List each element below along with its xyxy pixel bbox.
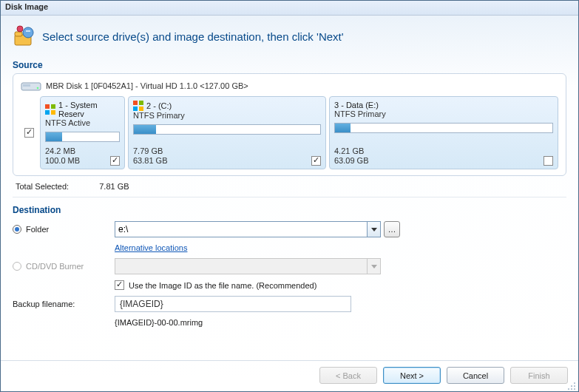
partition-1[interactable]: 1 - System Reserv NTFS Active 24.2 MB 10… [40, 96, 125, 169]
use-image-id-label: Use the Image ID as the file name. (Reco… [129, 281, 316, 290]
partition-total: 100.0 MB [45, 156, 80, 166]
back-button: < Back [319, 367, 377, 384]
burner-input [115, 258, 368, 274]
burner-radio-label: CD/DVD Burner [26, 262, 84, 271]
partition-usage-bar [45, 132, 120, 142]
partition-total: 63.09 GB [334, 156, 368, 166]
partition-checkbox[interactable] [110, 156, 120, 166]
partition-checkbox[interactable] [544, 156, 553, 166]
next-button[interactable]: Next > [383, 367, 441, 384]
burner-combo [115, 258, 566, 274]
partition-used: 4.21 GB [334, 146, 368, 156]
disk-row: MBR Disk 1 [0F0452A1] - Virtual HD 1.1.0… [21, 80, 558, 92]
partition-fs: NTFS Primary [334, 109, 553, 118]
finish-button: Finish [510, 367, 568, 384]
folder-radio[interactable] [13, 225, 21, 234]
partition-checkbox[interactable] [311, 156, 321, 166]
svg-marker-16 [371, 228, 377, 232]
folder-input[interactable] [115, 221, 368, 237]
svg-rect-12 [133, 101, 138, 105]
window: Disk Image Select source drive(s) and im… [0, 0, 579, 392]
partition-usage-fill [134, 125, 156, 134]
backup-filename-input[interactable] [115, 296, 351, 312]
folder-dropdown-button[interactable] [368, 221, 381, 237]
svg-point-23 [574, 388, 575, 390]
destination-title: Destination [13, 205, 566, 215]
partition-usage-bar [133, 124, 321, 135]
wizard-icon [13, 24, 36, 48]
total-selected-value: 7.81 GB [99, 182, 129, 191]
partition-fs: NTFS Active [45, 118, 120, 127]
svg-point-21 [568, 388, 569, 390]
disk-checkbox[interactable] [24, 128, 34, 138]
backup-filename-label: Backup filename: [13, 300, 115, 308]
svg-point-7 [37, 87, 39, 89]
windows-logo-icon [133, 101, 143, 111]
partition-usage-bar [334, 123, 553, 133]
svg-point-4 [17, 26, 23, 32]
svg-rect-10 [45, 110, 50, 115]
partition-2[interactable]: 2 - (C:) NTFS Primary 7.79 GB 63.81 GB [128, 96, 326, 169]
windows-logo-icon [45, 104, 55, 115]
partition-3[interactable]: 3 - Data (E:) NTFS Primary 4.21 GB 63.09… [329, 96, 558, 169]
svg-rect-9 [51, 104, 55, 109]
partition-used: 7.79 GB [133, 146, 167, 156]
svg-rect-8 [45, 104, 50, 109]
cancel-button[interactable]: Cancel [447, 367, 504, 384]
partition-usage-fill [335, 124, 351, 132]
result-filename: {IMAGEID}-00-00.mrimg [115, 318, 566, 327]
wizard-header: Select source drive(s) and image destina… [1, 16, 578, 57]
partition-used: 24.2 MB [45, 146, 80, 156]
separator [13, 197, 566, 197]
partition-title: 2 - (C:) [146, 101, 172, 110]
partition-fs: NTFS Primary [133, 111, 321, 120]
svg-point-22 [571, 388, 572, 390]
svg-rect-1 [15, 32, 22, 36]
hdd-icon [21, 80, 41, 92]
folder-radio-label: Folder [26, 225, 49, 234]
use-image-id-checkbox[interactable] [115, 280, 124, 290]
browse-folder-button[interactable]: … [384, 221, 400, 237]
svg-point-18 [574, 382, 575, 384]
svg-rect-13 [139, 101, 143, 105]
svg-marker-17 [371, 265, 377, 268]
partition-usage-fill [46, 132, 62, 141]
alternative-locations-link[interactable]: Alternative locations [115, 243, 187, 252]
svg-point-19 [571, 385, 572, 387]
svg-point-2 [23, 27, 33, 38]
wizard-instruction: Select source drive(s) and image destina… [42, 30, 344, 43]
total-selected-label: Total Selected: [16, 182, 69, 191]
ellipsis-icon: … [388, 225, 396, 234]
folder-combo [115, 221, 381, 237]
disk-name: MBR Disk 1 [0F0452A1] - Virtual HD 1.1.0… [46, 81, 248, 90]
source-box: MBR Disk 1 [0F0452A1] - Virtual HD 1.1.0… [13, 73, 566, 176]
svg-rect-6 [23, 84, 30, 87]
svg-rect-11 [51, 110, 55, 115]
partition-total: 63.81 GB [133, 156, 167, 166]
titlebar[interactable]: Disk Image [1, 1, 578, 16]
svg-rect-3 [26, 30, 30, 32]
wizard-footer: < Back Next > Cancel Finish [1, 360, 578, 391]
partition-title: 1 - System Reserv [58, 101, 120, 118]
total-selected-row: Total Selected: 7.81 GB [13, 176, 566, 194]
svg-point-20 [574, 385, 575, 387]
burner-dropdown-button [368, 258, 381, 274]
resize-grip-icon[interactable] [567, 380, 576, 389]
source-title: Source [13, 60, 566, 70]
partition-title: 3 - Data (E:) [334, 101, 379, 109]
burner-radio [13, 262, 21, 271]
